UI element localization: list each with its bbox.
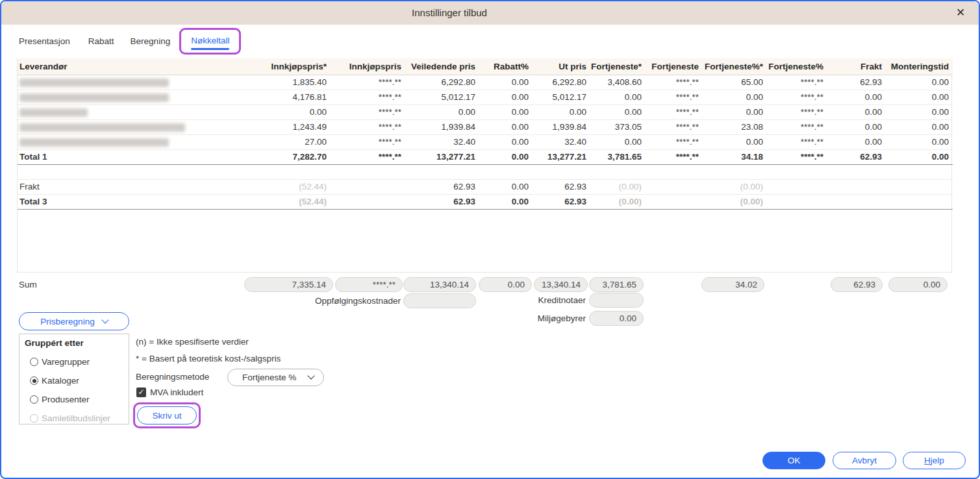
column-header: Ut pris bbox=[529, 58, 586, 75]
radio-produsenter[interactable]: Produsenter bbox=[30, 395, 123, 404]
cell: ****.** bbox=[763, 149, 823, 164]
cell: 62.93 bbox=[401, 179, 475, 194]
supplier-cell-redacted bbox=[18, 75, 232, 90]
cell: 0.00 bbox=[882, 104, 949, 119]
kreditnotaer-label: Kreditnotaer bbox=[501, 295, 586, 305]
beregningsmetode-select[interactable]: Fortjeneste % bbox=[227, 369, 324, 386]
tab-beregning[interactable]: Beregning bbox=[131, 30, 171, 46]
cell: 0.00 bbox=[699, 90, 763, 104]
cell: 0.00 bbox=[586, 104, 642, 119]
cell: ****.** bbox=[642, 149, 699, 164]
radio-kataloger[interactable]: Kataloger bbox=[30, 376, 123, 386]
avbryt-button[interactable]: Avbryt bbox=[833, 452, 896, 469]
cell bbox=[642, 194, 699, 209]
cell: ****.** bbox=[763, 119, 823, 134]
row-pad bbox=[949, 149, 953, 164]
beregningsmetode-value: Fortjeneste % bbox=[242, 373, 296, 382]
table-row-total1: Total 17,282.70****.**13,277.210.0013,27… bbox=[18, 149, 953, 164]
cell: 65.00 bbox=[699, 75, 763, 90]
cell: 32.40 bbox=[401, 134, 475, 149]
cell bbox=[882, 179, 949, 194]
cell: 0.00 bbox=[882, 90, 949, 104]
cell: 0.00 bbox=[882, 149, 949, 164]
group-by-title: Gruppért etter bbox=[25, 338, 123, 348]
sum-field-fortjeneste-pct-star: 34.02 bbox=[701, 277, 764, 292]
radio-samletilbudslinjer: Samletilbudslinjer bbox=[30, 413, 123, 423]
cell: ****.** bbox=[327, 119, 401, 134]
row-pad bbox=[949, 179, 953, 194]
radio-varegrupper-label: Varegrupper bbox=[42, 357, 90, 367]
cell: ****.** bbox=[642, 75, 699, 90]
cell: 0.00 bbox=[882, 75, 949, 90]
cell bbox=[763, 179, 823, 194]
cell: 13,277.21 bbox=[401, 149, 475, 164]
cell: 1,939.84 bbox=[529, 119, 586, 134]
column-header: Leverandør bbox=[18, 58, 232, 75]
prisberegning-button[interactable]: Prisberegning bbox=[19, 312, 129, 330]
page-title: Innstillinger tilbud bbox=[1, 1, 898, 25]
cell: 5,012.17 bbox=[401, 90, 475, 104]
key-figures-table: LeverandørInnkjøpspris*InnkjøpsprisVeile… bbox=[18, 58, 953, 210]
cell: ****.** bbox=[763, 90, 823, 104]
tab-rabatt[interactable]: Rabatt bbox=[88, 30, 114, 46]
skriv-ut-button[interactable]: Skriv ut bbox=[137, 406, 197, 424]
cell: 7,282.70 bbox=[232, 149, 327, 164]
table-row-total3: Total 3(52.44)62.930.0062.93(0.00)(0.00) bbox=[18, 194, 953, 209]
cell: (52.44) bbox=[232, 194, 327, 209]
cell bbox=[823, 179, 882, 194]
spacer-row bbox=[18, 164, 953, 179]
radio-icon bbox=[30, 358, 38, 366]
row-pad bbox=[949, 119, 953, 134]
cell: 0.00 bbox=[401, 104, 475, 119]
cell: 62.93 bbox=[529, 194, 586, 209]
cell bbox=[327, 179, 401, 194]
cell: ****.** bbox=[327, 134, 401, 149]
cell: 0.00 bbox=[475, 194, 529, 209]
cell: 0.00 bbox=[586, 134, 642, 149]
cell bbox=[763, 194, 823, 209]
cell: (0.00) bbox=[699, 179, 763, 194]
annotation-highlight-tab: Nøkkeltall bbox=[179, 28, 241, 55]
radio-varegrupper[interactable]: Varegrupper bbox=[30, 357, 123, 367]
row-pad bbox=[949, 75, 953, 90]
prisberegning-label: Prisberegning bbox=[40, 317, 94, 326]
cell: 27.00 bbox=[232, 134, 327, 149]
supplier-cell-redacted bbox=[18, 90, 232, 104]
sum-field-innkjopspris: ****.** bbox=[335, 277, 403, 292]
cell: ****.** bbox=[642, 90, 699, 104]
cell: 32.40 bbox=[529, 134, 586, 149]
cell bbox=[882, 194, 949, 209]
redacted-supplier-name bbox=[19, 93, 169, 102]
cell: 1,835.40 bbox=[232, 75, 327, 90]
cell: 13,277.21 bbox=[529, 149, 586, 164]
cell: 0.00 bbox=[232, 104, 327, 119]
ok-button[interactable]: OK bbox=[762, 452, 825, 469]
cell: 1,243.49 bbox=[232, 119, 327, 134]
sum-field-monteringstid: 0.00 bbox=[888, 277, 948, 292]
column-header: Fortjeneste* bbox=[586, 58, 642, 75]
row-pad bbox=[949, 104, 953, 119]
dialog-innstillinger-tilbud: Innstillinger tilbud ✕ Presentasjon Raba… bbox=[0, 0, 980, 479]
sum-field-veiledende-pris: 13,340.14 bbox=[403, 277, 476, 292]
cell: 0.00 bbox=[699, 134, 763, 149]
cell: 0.00 bbox=[586, 90, 642, 104]
hjelp-button[interactable]: Hjelp bbox=[903, 452, 966, 469]
table-row: 4,176.81****.**5,012.170.005,012.170.00*… bbox=[18, 90, 953, 104]
table-row-frakt: Frakt(52.44)62.930.0062.93(0.00)(0.00) bbox=[18, 179, 953, 194]
cell: 3,408.60 bbox=[586, 75, 642, 90]
mva-label: MVA inkludert bbox=[150, 387, 203, 397]
close-icon[interactable]: ✕ bbox=[953, 5, 968, 21]
cell: ****.** bbox=[327, 104, 401, 119]
cell: ****.** bbox=[763, 104, 823, 119]
redacted-supplier-name bbox=[19, 138, 169, 147]
tab-presentasjon[interactable]: Presentasjon bbox=[19, 30, 70, 46]
cell: 0.00 bbox=[475, 134, 529, 149]
cell: ****.** bbox=[327, 90, 401, 104]
tab-nokkeltall[interactable]: Nøkkeltall bbox=[191, 33, 229, 50]
cell: 0.00 bbox=[823, 134, 882, 149]
mva-row: ✓ MVA inkludert bbox=[136, 387, 203, 397]
beregningsmetode-label: Beregningsmetode bbox=[136, 372, 209, 382]
spacer-cell bbox=[18, 164, 953, 179]
sum-field-ut-pris: 13,340.14 bbox=[534, 277, 588, 292]
checkbox-checked-icon[interactable]: ✓ bbox=[136, 387, 146, 397]
